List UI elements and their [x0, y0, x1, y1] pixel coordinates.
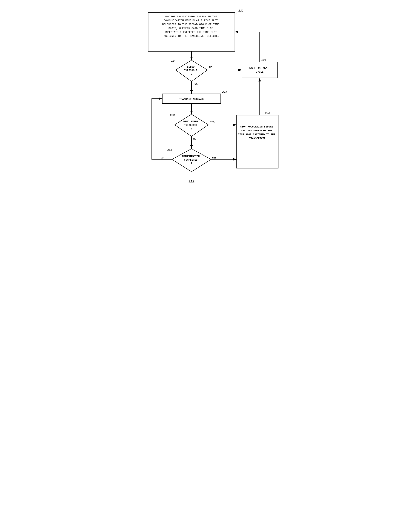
no-pred-label: NO: [193, 137, 196, 140]
transmission-completed-ref: 232: [167, 148, 172, 151]
stop-modulation-box: [237, 115, 278, 168]
svg-line-1: [236, 12, 238, 14]
no-trans-label: NO: [161, 156, 164, 159]
no-threshold-label: NO: [209, 66, 212, 69]
monitor-ref: 222: [238, 9, 244, 12]
flowchart-svg: 222 MONITOR TRANSMISSION ENERGY IN THE C…: [137, 7, 283, 188]
yes-threshold-label: YES: [193, 83, 198, 85]
figure-label: 212: [188, 180, 194, 183]
transmit-message-text: TRANSMIT MESSAGE: [179, 98, 204, 100]
transmit-message-ref: 228: [222, 91, 227, 93]
below-threshold-ref: 224: [171, 60, 176, 62]
stop-modulation-ref: 234: [265, 112, 270, 115]
pred-event-ref: 230: [170, 114, 175, 117]
wait-cycle-box: [242, 62, 277, 78]
flowchart-container: 222 MONITOR TRANSMISSION ENERGY IN THE C…: [137, 7, 283, 189]
wait-cycle-ref: 226: [262, 59, 266, 62]
yes-trans-label: YES: [212, 156, 216, 159]
yes-pred-label: YES: [210, 121, 215, 124]
